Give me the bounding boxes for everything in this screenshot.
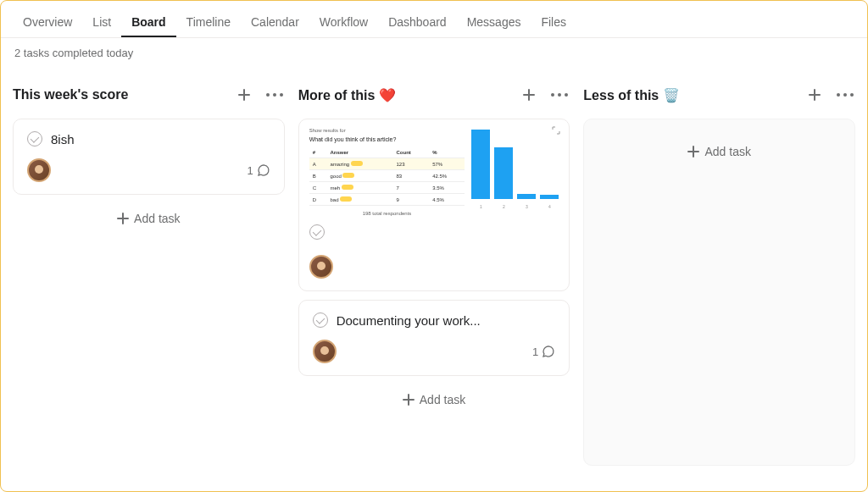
column-add-button[interactable] <box>519 85 539 105</box>
column-header: Less of this 🗑️ <box>583 80 855 110</box>
svg-point-4 <box>558 93 561 97</box>
svg-point-0 <box>266 93 270 97</box>
column-this-weeks-score: This week's score 8ish 1 <box>13 80 285 466</box>
column-title[interactable]: Less of this 🗑️ <box>583 87 679 103</box>
dots-icon <box>266 93 283 97</box>
bar-1 <box>471 130 490 199</box>
board-columns: This week's score 8ish 1 <box>1 66 867 466</box>
plus-icon <box>523 89 535 101</box>
dots-icon <box>551 93 568 97</box>
comment-count[interactable]: 1 <box>532 345 555 358</box>
column-more-button[interactable] <box>835 85 855 105</box>
column-header: More of this ❤️ <box>298 80 570 110</box>
chat-icon <box>542 345 555 358</box>
bar-4 <box>540 195 559 199</box>
tab-messages[interactable]: Messages <box>457 7 531 37</box>
bar-2 <box>494 147 513 199</box>
chart-bars <box>471 128 559 204</box>
table-row: A amazing 123 57% <box>309 158 465 170</box>
task-card[interactable]: 8ish 1 <box>13 119 285 195</box>
complete-task-icon[interactable] <box>27 131 42 146</box>
plus-icon <box>117 213 129 224</box>
tab-dashboard[interactable]: Dashboard <box>378 7 457 37</box>
table-row: B good 83 42.5% <box>309 170 465 182</box>
column-more-of-this: More of this ❤️ Show results for What di… <box>298 80 570 466</box>
tab-files[interactable]: Files <box>531 7 576 37</box>
svg-point-3 <box>551 93 554 97</box>
tab-board[interactable]: Board <box>121 7 175 37</box>
complete-task-icon[interactable] <box>309 224 325 240</box>
table-row: C meh 7 3.5% <box>309 182 465 194</box>
chart-question: What did you think of this article? <box>309 136 465 142</box>
column-more-button[interactable] <box>264 85 285 105</box>
expand-icon[interactable] <box>552 126 560 135</box>
plus-icon <box>238 89 250 101</box>
column-add-button[interactable] <box>234 85 254 105</box>
chart-table: # Answer Count % A amazing 123 57% <box>309 147 465 206</box>
svg-point-7 <box>843 93 847 97</box>
svg-point-8 <box>850 93 854 97</box>
empty-column-drop-zone[interactable]: Add task <box>583 119 855 466</box>
svg-point-5 <box>565 93 568 97</box>
add-task-button[interactable]: Add task <box>13 203 285 234</box>
svg-point-6 <box>837 93 840 97</box>
column-less-of-this: Less of this 🗑️ Add task <box>583 80 855 466</box>
project-tabs: Overview List Board Timeline Calendar Wo… <box>1 1 867 38</box>
column-title[interactable]: More of this ❤️ <box>298 87 396 103</box>
tab-calendar[interactable]: Calendar <box>241 7 309 37</box>
plus-icon <box>687 146 699 158</box>
tab-timeline[interactable]: Timeline <box>176 7 241 37</box>
column-add-button[interactable] <box>804 85 825 105</box>
table-row: D bad 9 4.5% <box>309 194 465 206</box>
svg-point-1 <box>273 93 276 97</box>
chat-icon <box>257 163 270 177</box>
task-title: 8ish <box>51 132 75 146</box>
add-task-button[interactable]: Add task <box>298 384 570 415</box>
tab-overview[interactable]: Overview <box>13 7 82 37</box>
task-card-chart[interactable]: Show results for What did you think of t… <box>298 119 570 291</box>
comment-count[interactable]: 1 <box>247 163 270 177</box>
svg-point-2 <box>280 93 283 97</box>
chart-total: 198 total respondents <box>309 211 465 216</box>
assignee-avatar[interactable] <box>309 255 333 279</box>
column-title[interactable]: This week's score <box>13 87 128 102</box>
column-more-button[interactable] <box>549 85 570 105</box>
status-completed-today: 2 tasks completed today <box>1 38 867 66</box>
tab-workflow[interactable]: Workflow <box>309 7 378 37</box>
tab-list[interactable]: List <box>82 7 121 37</box>
assignee-avatar[interactable] <box>27 158 51 182</box>
complete-task-icon[interactable] <box>313 312 328 328</box>
assignee-avatar[interactable] <box>313 340 337 363</box>
chart-header: Show results for <box>309 128 465 133</box>
task-title: Documenting your work... <box>337 313 481 328</box>
plus-icon <box>403 394 415 406</box>
plus-icon <box>809 89 821 101</box>
add-task-button[interactable]: Add task <box>687 145 750 158</box>
bar-3 <box>517 194 536 199</box>
dots-icon <box>837 93 854 97</box>
task-card[interactable]: Documenting your work... 1 <box>298 300 570 376</box>
column-header: This week's score <box>13 80 285 110</box>
